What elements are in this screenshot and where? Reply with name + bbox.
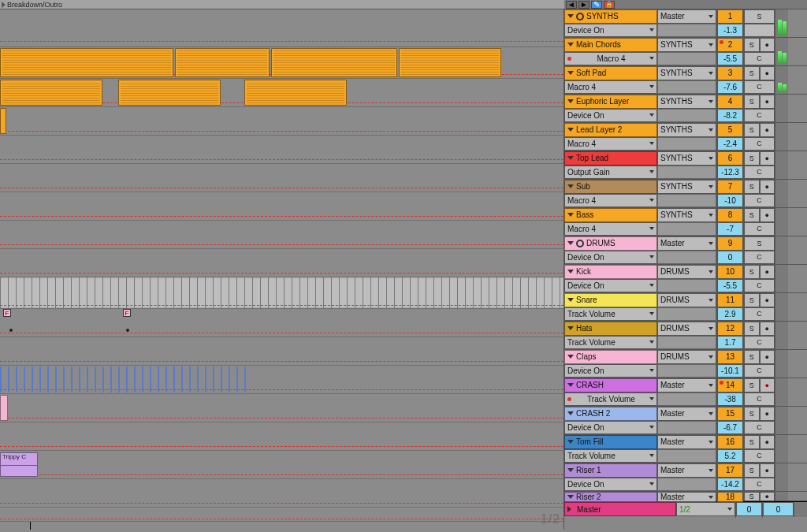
track-activator[interactable]: 3: [717, 66, 743, 80]
track-volume[interactable]: -2.4: [717, 137, 743, 151]
routing-chooser[interactable]: Master: [657, 378, 716, 392]
arm-button[interactable]: ●: [760, 463, 775, 478]
track-volume[interactable]: -1.3: [717, 24, 743, 38]
lane-snare-region[interactable]: [0, 277, 563, 309]
clip-soft-pad-3[interactable]: [244, 80, 347, 106]
track-header[interactable]: Lead Layer 2: [564, 123, 657, 137]
track-row-hats[interactable]: HatsTrack VolumeDRUMS121.7S●C: [564, 322, 807, 350]
lane-riser1[interactable]: [0, 508, 563, 522]
track-activator[interactable]: 9: [717, 236, 743, 251]
master-vol[interactable]: 0: [736, 502, 762, 516]
track-row-drums[interactable]: DRUMSDevice OnMaster90SC: [564, 236, 807, 265]
track-activator[interactable]: 10: [717, 265, 743, 279]
track-activator[interactable]: 1: [717, 9, 743, 24]
solo-button[interactable]: S: [744, 38, 760, 52]
track-volume[interactable]: -5.5: [717, 52, 743, 66]
track-activator[interactable]: 12: [717, 322, 743, 336]
track-row-crash[interactable]: CRASHTrack VolumeMaster14-38S●C: [564, 378, 807, 407]
fold-icon[interactable]: [567, 440, 574, 444]
automation-mode-button[interactable]: ✎: [591, 1, 602, 9]
arm-button[interactable]: ●: [760, 66, 775, 80]
solo-button[interactable]: S: [744, 66, 760, 80]
device-chooser[interactable]: Device On: [564, 364, 657, 378]
track-activator[interactable]: 4: [717, 95, 743, 109]
arm-button[interactable]: ●: [760, 492, 775, 501]
device-chooser[interactable]: Device On: [564, 24, 657, 38]
cue-button[interactable]: C: [744, 364, 775, 378]
track-volume[interactable]: 1.7: [717, 336, 743, 350]
track-row-riser-1[interactable]: Riser 1Device OnMaster17-14.2S●C: [564, 463, 807, 492]
solo-button[interactable]: S: [744, 378, 760, 392]
routing-chooser[interactable]: DRUMS: [657, 293, 716, 307]
lane-soft-pad[interactable]: [0, 79, 563, 107]
arm-button[interactable]: ●: [760, 435, 775, 449]
lane-kick[interactable]: F F: [0, 309, 563, 337]
track-volume[interactable]: -10.1: [717, 364, 743, 378]
track-activator[interactable]: 5: [717, 123, 743, 137]
track-header[interactable]: Claps: [564, 350, 657, 364]
solo-button[interactable]: S: [744, 236, 775, 251]
lanes[interactable]: F F Trippy C: [0, 9, 564, 530]
track-row-snare[interactable]: SnareTrack VolumeDRUMS112.9S●C: [564, 293, 807, 322]
track-header[interactable]: CRASH 2: [564, 407, 657, 421]
track-row-kick[interactable]: KickDevice OnDRUMS10-5.5S●C: [564, 265, 807, 293]
track-volume[interactable]: -7: [717, 222, 743, 236]
track-header[interactable]: Sub: [564, 180, 657, 194]
track-activator[interactable]: 7: [717, 180, 743, 194]
routing-chooser[interactable]: SYNTHS: [657, 95, 716, 109]
device-chooser[interactable]: Track Volume: [564, 392, 657, 407]
cue-button[interactable]: C: [744, 109, 775, 123]
track-volume[interactable]: -14.2: [717, 478, 743, 492]
track-activator[interactable]: 18: [717, 492, 743, 502]
arm-button[interactable]: ●: [760, 123, 775, 137]
device-chooser[interactable]: Device On: [564, 251, 657, 265]
lane-hats[interactable]: [0, 366, 563, 394]
track-volume[interactable]: 0: [717, 251, 743, 265]
device-chooser[interactable]: Macro 4: [564, 222, 657, 236]
lane-sub[interactable]: [0, 192, 563, 221]
cue-button[interactable]: C: [744, 166, 775, 180]
track-header[interactable]: Snare: [564, 293, 657, 307]
device-chooser[interactable]: Macro 4: [564, 137, 657, 151]
device-chooser[interactable]: Macro 4: [564, 80, 657, 95]
track-row-crash-2[interactable]: CRASH 2Device OnMaster15-6.7S●C: [564, 407, 807, 435]
routing-chooser[interactable]: SYNTHS: [657, 208, 716, 222]
lane-euphoric[interactable]: [0, 107, 563, 136]
routing-chooser[interactable]: Master: [657, 435, 716, 449]
track-header[interactable]: Top Lead: [564, 151, 657, 166]
fold-icon[interactable]: [567, 355, 574, 359]
track-volume[interactable]: -7.6: [717, 80, 743, 95]
track-header[interactable]: Bass: [564, 208, 657, 222]
lane-claps[interactable]: [0, 394, 563, 422]
track-header[interactable]: Soft Pad: [564, 66, 657, 80]
device-chooser[interactable]: Track Volume: [564, 449, 657, 463]
nav-back-button[interactable]: ◄: [566, 1, 577, 9]
clip-main-chords-1[interactable]: [0, 48, 173, 77]
cue-button[interactable]: C: [744, 392, 775, 407]
clip-main-chords-2[interactable]: [175, 48, 270, 77]
arm-button[interactable]: ●: [760, 208, 775, 222]
track-activator[interactable]: 8: [717, 208, 743, 222]
locator-name[interactable]: Breakdown/Outro: [7, 1, 62, 9]
device-chooser[interactable]: Track Volume: [564, 336, 657, 350]
cue-button[interactable]: C: [744, 80, 775, 95]
fold-icon[interactable]: [567, 298, 574, 302]
cue-button[interactable]: C: [744, 449, 775, 463]
lane-crash2[interactable]: Trippy C: [0, 451, 563, 479]
f-marker-2[interactable]: F: [123, 309, 131, 317]
arm-button[interactable]: ●: [760, 407, 775, 421]
master-pan[interactable]: 0: [763, 502, 794, 516]
solo-button[interactable]: S: [744, 95, 760, 109]
solo-button[interactable]: S: [744, 322, 760, 336]
f-marker-1[interactable]: F: [3, 309, 11, 317]
track-header[interactable]: Main Chords: [564, 38, 657, 52]
lane-snare[interactable]: [0, 337, 563, 366]
lane-lead2[interactable]: [0, 136, 563, 164]
fold-icon[interactable]: [567, 99, 574, 103]
track-volume[interactable]: -6.7: [717, 421, 743, 435]
solo-button[interactable]: S: [744, 123, 760, 137]
clip-soft-pad-2[interactable]: [118, 80, 221, 106]
track-row-top-lead[interactable]: Top LeadOutput GainSYNTHS6-12.3S●C: [564, 151, 807, 180]
fold-icon[interactable]: [567, 506, 575, 512]
track-activator[interactable]: 17: [717, 463, 743, 478]
